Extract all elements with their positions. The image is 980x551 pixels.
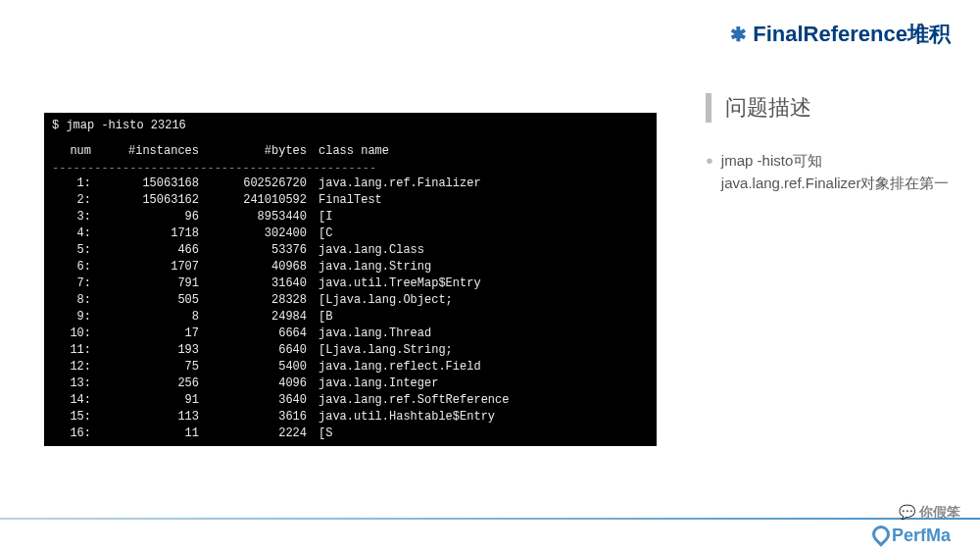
col-num: num bbox=[52, 144, 91, 158]
col-class: class name bbox=[307, 144, 389, 158]
cell-bytes: 2224 bbox=[199, 426, 307, 442]
table-row: 11:1936640[Ljava.lang.String; bbox=[52, 342, 649, 359]
cell-bytes: 3616 bbox=[199, 409, 307, 426]
table-row: 5:46653376java.lang.Class bbox=[52, 242, 649, 259]
col-instances: #instances bbox=[91, 144, 199, 158]
table-row: 12:755400java.lang.reflect.Field bbox=[52, 359, 649, 376]
table-row: 14:913640java.lang.ref.SoftReference bbox=[52, 392, 649, 409]
cell-cls: java.lang.Class bbox=[307, 242, 424, 259]
cell-bytes: 24984 bbox=[199, 309, 307, 326]
cell-n: 13: bbox=[52, 376, 91, 392]
cell-cls: java.lang.reflect.Field bbox=[307, 359, 481, 376]
cell-n: 7: bbox=[52, 276, 91, 292]
cell-cls: java.util.Hashtable$Entry bbox=[307, 409, 495, 426]
cell-n: 3: bbox=[52, 209, 91, 225]
table-row: 2:15063162241010592FinalTest bbox=[52, 192, 649, 209]
cell-inst: 17 bbox=[91, 326, 199, 342]
table-row: 13:2564096java.lang.Integer bbox=[52, 376, 649, 392]
cell-inst: 505 bbox=[91, 292, 199, 309]
cell-n: 6: bbox=[52, 259, 91, 276]
cell-cls: [I bbox=[307, 209, 332, 225]
slide-title: ✱FinalReference堆积 bbox=[730, 20, 951, 49]
title-text: FinalReference堆积 bbox=[753, 22, 951, 46]
cell-cls: FinalTest bbox=[307, 192, 382, 209]
terminal-command: $ jmap -histo 23216 bbox=[52, 119, 649, 132]
cell-bytes: 4096 bbox=[199, 376, 307, 392]
cell-cls: java.util.TreeMap$Entry bbox=[307, 276, 481, 292]
cell-cls: java.lang.ref.SoftReference bbox=[307, 392, 509, 409]
table-row: 4:1718302400[C bbox=[52, 225, 649, 242]
cell-bytes: 6640 bbox=[199, 342, 307, 359]
cell-cls: java.lang.Thread bbox=[307, 326, 431, 342]
separator-line: ----------------------------------------… bbox=[52, 162, 649, 175]
logo: PerfMa bbox=[872, 524, 951, 546]
table-row: 15:1133616java.util.Hashtable$Entry bbox=[52, 409, 649, 426]
cell-bytes: 28328 bbox=[199, 292, 307, 309]
divider-line bbox=[0, 518, 980, 520]
cell-bytes: 53376 bbox=[199, 242, 307, 259]
slide: ✱FinalReference堆积 $ jmap -histo 23216 nu… bbox=[0, 0, 980, 551]
cell-inst: 193 bbox=[91, 342, 199, 359]
sidebar: 问题描述 ● jmap -histo可知java.lang.ref.Finali… bbox=[706, 93, 951, 194]
col-bytes: #bytes bbox=[199, 144, 307, 158]
star-icon: ✱ bbox=[730, 24, 747, 45]
cell-cls: java.lang.ref.Finalizer bbox=[307, 175, 481, 192]
cell-n: 12: bbox=[52, 359, 91, 376]
cell-bytes: 6664 bbox=[199, 326, 307, 342]
cell-bytes: 31640 bbox=[199, 276, 307, 292]
cell-cls: [Ljava.lang.String; bbox=[307, 342, 453, 359]
table-row: 9:824984[B bbox=[52, 309, 649, 326]
cell-n: 8: bbox=[52, 292, 91, 309]
sidebar-bullet: ● jmap -histo可知java.lang.ref.Finalizer对象… bbox=[706, 150, 951, 194]
cell-bytes: 3640 bbox=[199, 392, 307, 409]
table-row: 16:112224[S bbox=[52, 426, 649, 442]
cell-bytes: 602526720 bbox=[199, 175, 307, 192]
cell-inst: 466 bbox=[91, 242, 199, 259]
terminal-output: $ jmap -histo 23216 num #instances #byte… bbox=[44, 113, 657, 446]
cell-bytes: 302400 bbox=[199, 225, 307, 242]
cell-inst: 256 bbox=[91, 376, 199, 392]
cell-cls: [S bbox=[307, 426, 332, 442]
cell-inst: 91 bbox=[91, 392, 199, 409]
table-row: 3:968953440[I bbox=[52, 209, 649, 225]
cell-n: 11: bbox=[52, 342, 91, 359]
cell-n: 4: bbox=[52, 225, 91, 242]
cell-n: 14: bbox=[52, 392, 91, 409]
cell-inst: 11 bbox=[91, 426, 199, 442]
cell-inst: 8 bbox=[91, 309, 199, 326]
cell-n: 2: bbox=[52, 192, 91, 209]
cell-cls: [C bbox=[307, 225, 332, 242]
cell-inst: 75 bbox=[91, 359, 199, 376]
cell-bytes: 40968 bbox=[199, 259, 307, 276]
cell-cls: [Ljava.lang.Object; bbox=[307, 292, 453, 309]
bullet-icon: ● bbox=[706, 150, 713, 172]
cell-n: 16: bbox=[52, 426, 91, 442]
table-row: 7:79131640java.util.TreeMap$Entry bbox=[52, 276, 649, 292]
wechat-icon: 💬 bbox=[899, 504, 915, 520]
cell-bytes: 241010592 bbox=[199, 192, 307, 209]
cell-cls: java.lang.String bbox=[307, 259, 431, 276]
cell-cls: java.lang.Integer bbox=[307, 376, 438, 392]
table-row: 8:50528328[Ljava.lang.Object; bbox=[52, 292, 649, 309]
cell-bytes: 5400 bbox=[199, 359, 307, 376]
cell-n: 15: bbox=[52, 409, 91, 426]
sidebar-title: 问题描述 bbox=[706, 93, 951, 123]
cell-inst: 1718 bbox=[91, 225, 199, 242]
logo-icon bbox=[868, 522, 893, 546]
terminal-header-row: num #instances #bytes class name bbox=[52, 144, 649, 158]
cell-inst: 15063162 bbox=[91, 192, 199, 209]
logo-text: PerfMa bbox=[892, 526, 951, 545]
table-row: 1:15063168602526720java.lang.ref.Finaliz… bbox=[52, 175, 649, 192]
table-row: 6:170740968java.lang.String bbox=[52, 259, 649, 276]
cell-n: 9: bbox=[52, 309, 91, 326]
cell-cls: [B bbox=[307, 309, 332, 326]
cell-n: 5: bbox=[52, 242, 91, 259]
cell-n: 1: bbox=[52, 175, 91, 192]
terminal-rows: 1:15063168602526720java.lang.ref.Finaliz… bbox=[52, 175, 649, 442]
cell-inst: 96 bbox=[91, 209, 199, 225]
watermark-text: 你假笨 bbox=[919, 504, 960, 520]
cell-inst: 15063168 bbox=[91, 175, 199, 192]
watermark: 💬你假笨 bbox=[899, 504, 960, 522]
bullet-text: jmap -histo可知java.lang.ref.Finalizer对象排在… bbox=[721, 150, 951, 194]
cell-n: 10: bbox=[52, 326, 91, 342]
